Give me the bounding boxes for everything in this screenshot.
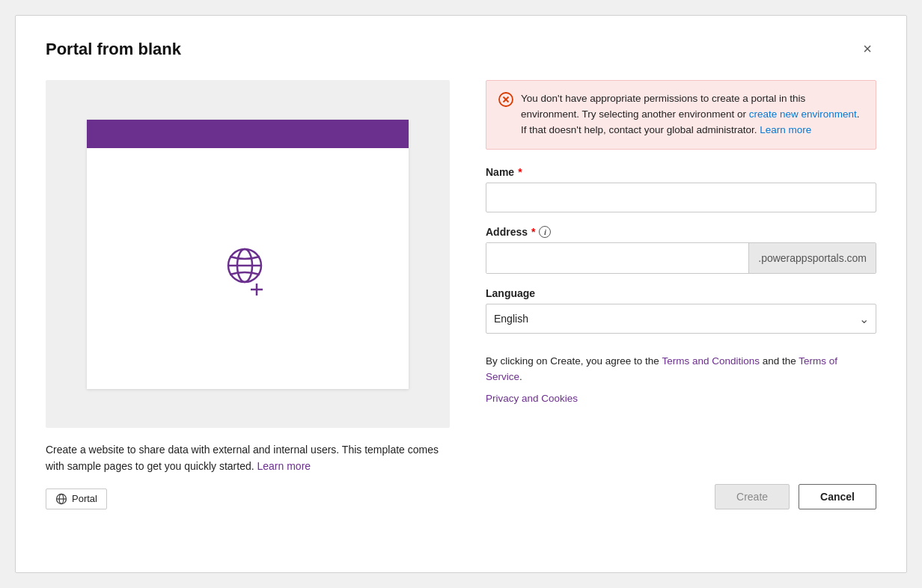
terms-conditions-link[interactable]: Terms and Conditions — [662, 355, 760, 367]
privacy-cookies-link[interactable]: Privacy and Cookies — [486, 393, 876, 404]
error-text: You don't have appropriate permissions t… — [521, 91, 864, 138]
portal-dialog: Portal from blank × — [15, 15, 907, 573]
dialog-footer: Create Cancel — [486, 454, 876, 509]
error-icon — [498, 92, 513, 109]
name-field-group: Name * — [486, 166, 876, 212]
address-field-group: Address * i .powerappsportals.com — [486, 226, 876, 274]
dialog-header: Portal from blank × — [46, 40, 876, 59]
tag-chip: Portal — [46, 489, 107, 509]
description-text: Create a website to share data with exte… — [46, 441, 450, 475]
cancel-button[interactable]: Cancel — [799, 484, 876, 509]
right-panel: You don't have appropriate permissions t… — [486, 80, 876, 509]
globe-plus-icon — [218, 239, 278, 298]
error-banner: You don't have appropriate permissions t… — [486, 80, 876, 150]
dialog-body: Create a website to share data with exte… — [46, 80, 876, 509]
name-input[interactable] — [486, 183, 876, 212]
learn-more-link[interactable]: Learn more — [257, 460, 311, 472]
language-select[interactable]: English French German Spanish Japanese — [486, 304, 876, 334]
address-label: Address * i — [486, 226, 876, 238]
name-label: Name * — [486, 166, 876, 178]
address-input-row: .powerappsportals.com — [486, 242, 876, 274]
preview-topbar — [87, 120, 409, 148]
address-suffix: .powerappsportals.com — [748, 243, 876, 273]
left-panel: Create a website to share data with exte… — [46, 80, 450, 509]
tag-label: Portal — [72, 493, 97, 504]
tag-globe-icon — [55, 493, 67, 505]
address-input[interactable] — [486, 243, 748, 273]
create-button[interactable]: Create — [715, 484, 790, 509]
address-info-icon: i — [539, 226, 551, 238]
create-new-env-link[interactable]: create new environment — [749, 108, 857, 120]
error-learn-more-link[interactable]: Learn more — [760, 124, 811, 135]
preview-inner — [87, 120, 409, 389]
dialog-title: Portal from blank — [46, 40, 181, 59]
preview-box — [46, 80, 450, 428]
name-required-star: * — [518, 166, 522, 178]
language-select-wrapper: English French German Spanish Japanese ⌄ — [486, 304, 876, 334]
close-button[interactable]: × — [858, 40, 876, 58]
language-field-group: Language English French German Spanish J… — [486, 287, 876, 334]
terms-text: By clicking on Create, you agree to the … — [486, 353, 876, 385]
language-label: Language — [486, 287, 876, 299]
address-required-star: * — [531, 226, 535, 238]
preview-content — [87, 148, 409, 389]
